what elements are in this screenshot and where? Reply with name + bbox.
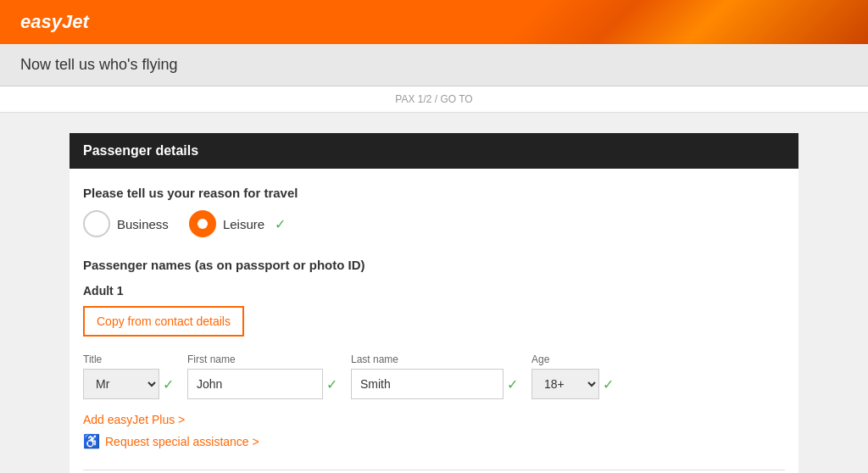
passenger-names-title: Passenger names (as on passport or photo…: [83, 258, 785, 272]
age-input-wrap: 18+ Under 18 ✓: [531, 369, 614, 399]
title-check-icon: ✓: [163, 376, 174, 392]
age-label: Age: [531, 353, 614, 365]
title-field: Title Mr Mrs Ms Miss Dr ✓: [83, 353, 174, 399]
easyjet-logo: easyJet: [20, 11, 89, 33]
first-name-field: First name ✓: [187, 353, 337, 399]
age-check-icon: ✓: [603, 376, 614, 392]
radio-option-business[interactable]: Business: [83, 210, 169, 237]
last-name-label: Last name: [351, 353, 518, 365]
last-name-field: Last name ✓: [351, 353, 518, 399]
leisure-check-icon: ✓: [275, 216, 286, 232]
breadcrumb: PAX 1/2 / GO TO: [0, 86, 868, 113]
radio-business-label: Business: [117, 217, 169, 231]
form-body: Please tell us your reason for travel Bu…: [70, 186, 798, 470]
title-label: Title: [83, 353, 174, 365]
age-field: Age 18+ Under 18 ✓: [531, 353, 614, 399]
copy-from-contact-button[interactable]: Copy from contact details: [83, 306, 244, 337]
last-name-input[interactable]: [351, 369, 504, 399]
passenger-details-header: Passenger details: [70, 133, 798, 169]
wheelchair-icon: ♿: [83, 433, 100, 449]
first-name-label: First name: [187, 353, 337, 365]
radio-leisure-circle[interactable]: [189, 210, 216, 237]
passenger-form-fields: Title Mr Mrs Ms Miss Dr ✓ First name: [83, 353, 785, 399]
title-select[interactable]: Mr Mrs Ms Miss Dr: [83, 369, 159, 399]
page-title: Now tell us who's flying: [0, 44, 868, 86]
radio-leisure-label: Leisure: [223, 217, 264, 231]
site-header: easyJet: [0, 0, 868, 44]
first-name-check-icon: ✓: [326, 376, 337, 392]
adult-label: Adult 1: [83, 284, 785, 298]
radio-business-circle[interactable]: [83, 210, 110, 237]
special-assistance-row: ♿ Request special assistance >: [83, 433, 785, 449]
radio-option-leisure[interactable]: Leisure ✓: [189, 210, 286, 237]
main-content: Passenger details Please tell us your re…: [70, 133, 798, 473]
last-name-input-wrap: ✓: [351, 369, 518, 399]
last-name-check-icon: ✓: [507, 376, 518, 392]
title-input-wrap: Mr Mrs Ms Miss Dr ✓: [83, 369, 174, 399]
first-name-input-wrap: ✓: [187, 369, 337, 399]
first-name-input[interactable]: [187, 369, 323, 399]
add-easyjet-plus-link[interactable]: Add easyJet Plus >: [83, 413, 785, 426]
travel-reason-label: Please tell us your reason for travel: [83, 186, 785, 200]
travel-reason-radio-group: Business Leisure ✓: [83, 210, 785, 237]
age-select[interactable]: 18+ Under 18: [531, 369, 599, 399]
bottom-divider: [83, 470, 785, 470]
special-assistance-link[interactable]: Request special assistance >: [105, 435, 259, 448]
